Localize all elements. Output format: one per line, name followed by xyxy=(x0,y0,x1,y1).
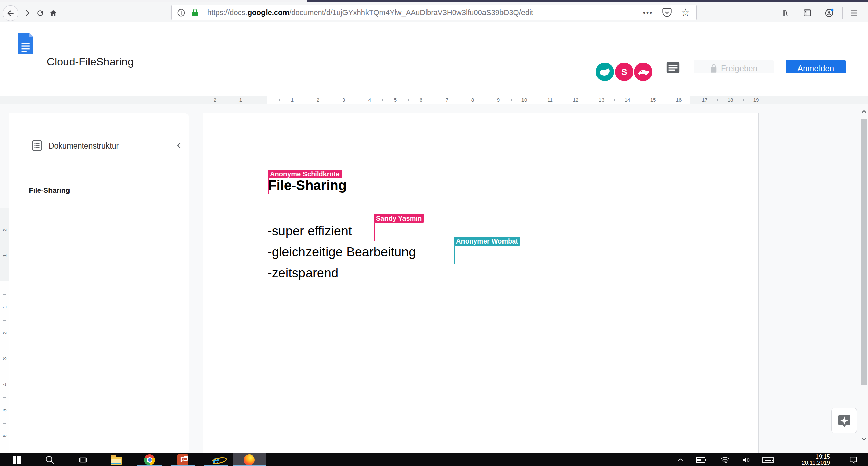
ruler-number: 8 xyxy=(466,97,479,103)
ruler-number: 3 xyxy=(337,97,351,103)
keyboard-icon xyxy=(762,456,774,464)
tray-expand-button[interactable] xyxy=(675,454,686,465)
volume-tray-icon[interactable] xyxy=(741,454,752,465)
internet-explorer-button[interactable]: e xyxy=(199,453,233,466)
ruler-tick xyxy=(357,99,357,101)
back-button[interactable] xyxy=(3,5,18,21)
url-bar[interactable]: https://docs.google.com/document/d/1ujGY… xyxy=(171,5,697,20)
powerpoint-button[interactable]: P xyxy=(166,453,199,466)
wifi-icon xyxy=(720,456,730,464)
task-view-icon xyxy=(78,455,88,465)
cursor-caret xyxy=(374,223,375,241)
collapse-outline-button[interactable] xyxy=(175,141,184,150)
ruler-number: 17 xyxy=(698,97,711,103)
clock-time: 19:15 xyxy=(787,454,830,460)
taskbar-clock[interactable]: 19:15 20.11.2019 xyxy=(787,453,830,466)
ruler-number: 7 xyxy=(440,97,454,103)
ruler-number: 2 xyxy=(2,328,7,337)
ruler-tick xyxy=(228,99,228,101)
ie-open-indicator xyxy=(204,465,228,466)
outline-item-file-sharing[interactable]: File-Sharing xyxy=(29,186,70,194)
search-icon xyxy=(45,455,55,465)
ruler-tick xyxy=(563,99,563,101)
ruler-tick xyxy=(769,99,769,101)
pocket-icon[interactable] xyxy=(662,7,672,18)
ruler-tick xyxy=(331,99,331,101)
avatar-letter: S xyxy=(621,67,627,77)
windows-taskbar: P e 19:15 20.11.2019 xyxy=(0,453,868,466)
ruler-tick xyxy=(511,99,512,101)
hamburger-menu-icon xyxy=(850,8,859,17)
file-explorer-icon xyxy=(111,455,122,465)
avatar-turtle[interactable] xyxy=(633,62,653,82)
ruler-tick xyxy=(614,99,615,101)
powerpoint-icon: P xyxy=(177,454,188,465)
menu-button[interactable] xyxy=(847,5,862,20)
home-button[interactable] xyxy=(45,5,60,20)
ruler-tick xyxy=(305,99,305,101)
page-actions-icon[interactable]: ••• xyxy=(643,9,653,17)
notification-icon xyxy=(849,455,858,464)
home-icon xyxy=(49,9,57,17)
library-button[interactable] xyxy=(778,5,793,20)
bookmark-star-icon[interactable]: ☆ xyxy=(681,7,690,18)
firefox-open-indicator xyxy=(233,465,266,466)
avatar-sandy[interactable]: S xyxy=(614,62,634,82)
doc-line[interactable]: -zeitsparend xyxy=(268,263,338,284)
file-explorer-button[interactable] xyxy=(100,453,133,466)
site-info-icon[interactable] xyxy=(177,8,185,17)
outline-divider xyxy=(9,172,189,172)
doc-line[interactable]: -gleichzeitige Bearbeitung xyxy=(268,241,416,263)
scroll-down-button[interactable] xyxy=(861,435,867,443)
keyboard-tray-icon[interactable] xyxy=(762,454,774,465)
action-center-button[interactable] xyxy=(848,454,859,465)
ruler-number: 6 xyxy=(414,97,428,103)
ruler-tick xyxy=(3,243,6,243)
ruler-number: 1 xyxy=(285,97,299,103)
ruler-tick xyxy=(743,99,744,101)
outline-title: Dokumentenstruktur xyxy=(48,141,119,151)
ruler-number: 18 xyxy=(724,97,737,103)
sidebar-toggle-button[interactable] xyxy=(800,5,815,20)
editor-area: 2112345678910 Dokumentenstruktur File-Sh… xyxy=(0,104,868,453)
avatar-wombat[interactable] xyxy=(595,62,615,82)
account-button[interactable] xyxy=(822,5,836,20)
toolbar-divider xyxy=(842,7,843,19)
ruler-tick xyxy=(279,99,280,101)
battery-tray-icon[interactable] xyxy=(695,454,707,465)
vertical-ruler: 2112345678910 xyxy=(0,208,9,466)
explore-button[interactable] xyxy=(831,408,857,433)
ruler-tick xyxy=(254,99,254,101)
doc-heading[interactable]: File-Sharing xyxy=(268,176,347,194)
firefox-button[interactable] xyxy=(233,453,266,466)
speaker-icon xyxy=(742,456,751,464)
docs-logo[interactable] xyxy=(18,33,33,54)
chevron-up-icon xyxy=(677,457,684,463)
url-text[interactable]: https://docs.google.com/document/d/1ujGY… xyxy=(207,8,533,17)
start-button[interactable] xyxy=(0,453,33,466)
ruler-tick xyxy=(717,99,718,101)
ruler-number: 1 xyxy=(2,303,7,312)
forward-button[interactable] xyxy=(19,5,34,20)
ruler-number: 4 xyxy=(363,97,376,103)
wifi-tray-icon[interactable] xyxy=(719,454,731,465)
cursor-label-anonymer-wombat: Anonymer Wombat xyxy=(454,237,520,246)
library-icon xyxy=(781,8,790,17)
scrollbar-thumb[interactable] xyxy=(861,119,867,385)
doc-line[interactable]: -super effizient xyxy=(268,220,352,241)
ruler-tick xyxy=(3,294,6,295)
ruler-tick xyxy=(408,99,409,101)
screen: https://docs.google.com/document/d/1ujGY… xyxy=(0,0,868,466)
ruler-tick xyxy=(589,99,589,101)
task-view-button[interactable] xyxy=(66,453,100,466)
taskbar-search-button[interactable] xyxy=(33,453,66,466)
scroll-up-button[interactable] xyxy=(861,108,867,116)
document-title[interactable]: Cloud-FileSharing xyxy=(47,56,134,68)
clock-date: 20.11.2019 xyxy=(787,460,830,466)
reload-icon xyxy=(36,9,44,17)
ruler-tick xyxy=(202,99,202,101)
ruler-number: 11 xyxy=(543,97,557,103)
forward-icon xyxy=(22,8,31,17)
ruler-tick xyxy=(3,397,6,398)
chrome-button[interactable] xyxy=(133,453,166,466)
